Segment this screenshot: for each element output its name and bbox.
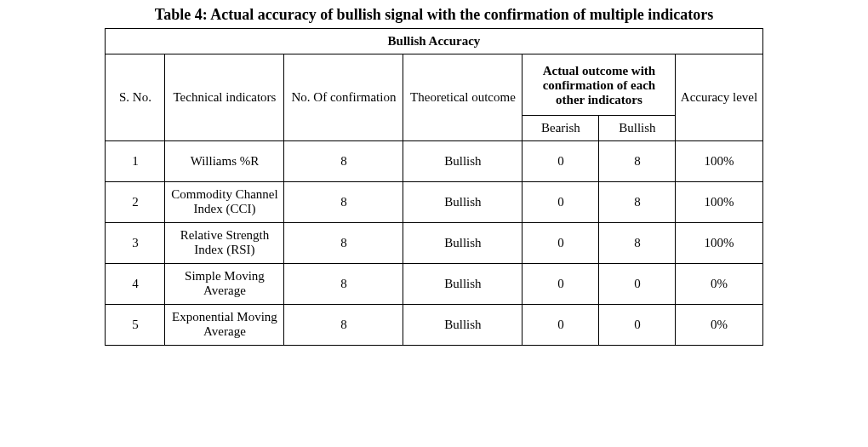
cell-confirm: 8 (284, 263, 403, 304)
cell-bearish: 0 (523, 140, 599, 181)
table-row: 4 Simple Moving Average 8 Bullish 0 0 0% (106, 263, 762, 304)
table-subtitle: Bullish Accuracy (106, 28, 762, 54)
cell-bearish: 0 (523, 181, 599, 222)
cell-sno: 2 (106, 181, 165, 222)
cell-bearish: 0 (523, 304, 599, 345)
cell-sno: 3 (106, 222, 165, 263)
cell-theoretical: Bullish (403, 304, 523, 345)
cell-confirm: 8 (284, 304, 403, 345)
cell-accuracy: 0% (676, 263, 762, 304)
cell-bearish: 0 (523, 263, 599, 304)
cell-bullish: 8 (599, 181, 676, 222)
accuracy-table: Bullish Accuracy S. No. Technical indica… (105, 28, 762, 346)
table-row: 2 Commodity Channel Index (CCI) 8 Bullis… (106, 181, 762, 222)
cell-indicator: Exponential Moving Average (165, 304, 284, 345)
cell-confirm: 8 (284, 222, 403, 263)
cell-confirm: 8 (284, 181, 403, 222)
col-indicators: Technical indicators (165, 54, 284, 140)
cell-theoretical: Bullish (403, 222, 523, 263)
col-actual-group: Actual outcome with confirmation of each… (523, 54, 676, 115)
cell-bullish: 0 (599, 304, 676, 345)
table-row: 5 Exponential Moving Average 8 Bullish 0… (106, 304, 762, 345)
cell-theoretical: Bullish (403, 263, 523, 304)
cell-accuracy: 100% (676, 181, 762, 222)
cell-bullish: 8 (599, 140, 676, 181)
col-accuracy: Accuracy level (676, 54, 762, 140)
cell-bullish: 0 (599, 263, 676, 304)
cell-indicator: Williams %R (165, 140, 284, 181)
cell-confirm: 8 (284, 140, 403, 181)
cell-accuracy: 100% (676, 222, 762, 263)
col-bearish: Bearish (523, 115, 599, 140)
col-theoretical: Theoretical outcome (403, 54, 523, 140)
cell-bullish: 8 (599, 222, 676, 263)
cell-sno: 1 (106, 140, 165, 181)
cell-accuracy: 0% (676, 304, 762, 345)
cell-indicator: Relative Strength Index (RSI) (165, 222, 284, 263)
cell-theoretical: Bullish (403, 140, 523, 181)
cell-indicator: Commodity Channel Index (CCI) (165, 181, 284, 222)
col-confirmation: No. Of confirmation (284, 54, 403, 140)
col-sno: S. No. (106, 54, 165, 140)
cell-accuracy: 100% (676, 140, 762, 181)
cell-indicator: Simple Moving Average (165, 263, 284, 304)
col-bullish: Bullish (599, 115, 676, 140)
cell-sno: 5 (106, 304, 165, 345)
table-row: 3 Relative Strength Index (RSI) 8 Bullis… (106, 222, 762, 263)
cell-bearish: 0 (523, 222, 599, 263)
cell-theoretical: Bullish (403, 181, 523, 222)
cell-sno: 4 (106, 263, 165, 304)
table-row: 1 Williams %R 8 Bullish 0 8 100% (106, 140, 762, 181)
table-caption: Table 4: Actual accuracy of bullish sign… (34, 5, 834, 25)
